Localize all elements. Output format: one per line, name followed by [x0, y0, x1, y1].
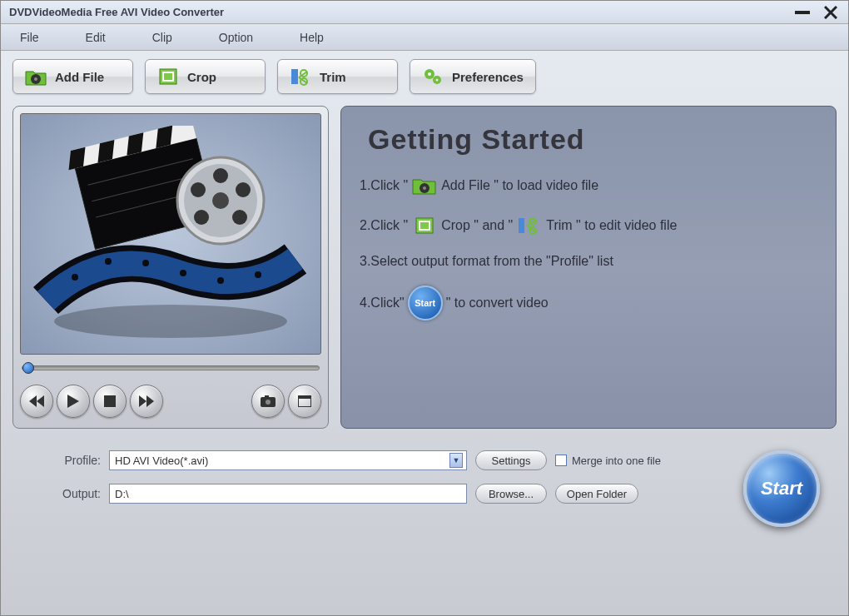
forward-button[interactable] — [130, 385, 163, 418]
film-clapper-illustration — [29, 126, 312, 342]
preferences-button[interactable]: Preferences — [410, 59, 536, 94]
menu-file[interactable]: File — [13, 27, 46, 47]
guide-step2-text-c: Trim " to edit video file — [546, 218, 677, 233]
browse-button[interactable]: Browse... — [475, 484, 547, 504]
open-folder-button[interactable]: Open Folder — [555, 484, 638, 504]
trim-icon — [290, 66, 311, 87]
snapshot-button[interactable] — [251, 385, 285, 418]
merge-label: Merge into one file — [572, 455, 661, 467]
trim-icon — [516, 214, 543, 237]
guide-step-3: 3.Select output format from the "Profile… — [360, 254, 817, 269]
play-button[interactable] — [57, 385, 90, 418]
add-file-icon — [411, 174, 438, 197]
output-row: Output: D:\ Browse... Open Folder — [51, 484, 661, 504]
window-controls — [793, 4, 840, 21]
window-title: DVDVideoMedia Free AVI Video Converter — [9, 6, 793, 18]
add-file-label: Add File — [55, 70, 104, 84]
toolbar: Add File Crop Trim Preferences — [1, 51, 848, 99]
profile-select[interactable]: HD AVI Video(*.avi) ▼ — [109, 450, 467, 470]
menu-edit[interactable]: Edit — [79, 27, 112, 47]
settings-button[interactable]: Settings — [475, 450, 547, 470]
fullscreen-button[interactable] — [288, 385, 321, 418]
svg-point-4 — [34, 77, 37, 81]
rewind-icon — [29, 395, 44, 407]
menu-help[interactable]: Help — [293, 27, 330, 47]
output-value: D:\ — [115, 488, 129, 500]
svg-point-16 — [54, 305, 287, 338]
bottom-section: Profile: HD AVI Video(*.avi) ▼ Settings … — [1, 435, 848, 535]
stop-icon — [104, 395, 116, 407]
svg-point-35 — [105, 258, 112, 265]
seek-thumb[interactable] — [22, 362, 34, 374]
camera-icon — [261, 395, 276, 407]
svg-rect-43 — [104, 395, 116, 407]
svg-rect-55 — [519, 218, 524, 233]
output-path-input[interactable]: D:\ — [109, 484, 467, 504]
svg-rect-48 — [265, 395, 269, 398]
svg-point-30 — [236, 182, 251, 197]
play-icon — [67, 395, 79, 408]
minimize-button[interactable] — [793, 4, 812, 21]
add-file-button[interactable]: Add File — [12, 59, 133, 94]
menu-option[interactable]: Option — [212, 27, 260, 47]
svg-point-29 — [213, 168, 228, 183]
svg-rect-7 — [291, 69, 298, 84]
crop-icon — [411, 214, 438, 237]
chevron-down-icon: ▼ — [449, 453, 463, 468]
merge-checkbox[interactable] — [555, 455, 567, 466]
crop-icon — [157, 66, 179, 87]
svg-marker-44 — [139, 395, 146, 407]
svg-marker-40 — [29, 395, 37, 407]
svg-point-15 — [436, 79, 439, 82]
expand-icon — [298, 395, 311, 407]
svg-marker-45 — [146, 395, 154, 407]
output-label: Output: — [51, 487, 101, 500]
svg-point-38 — [217, 277, 224, 284]
guide-step1-text-a: 1.Click " — [360, 178, 408, 193]
player-controls — [20, 381, 321, 421]
guide-step4-text-b: " to convert video — [446, 296, 549, 310]
svg-point-31 — [232, 210, 247, 225]
menubar: File Edit Clip Option Help — [1, 24, 848, 51]
svg-rect-50 — [298, 395, 311, 399]
start-badge-icon: Start — [408, 286, 443, 320]
profile-label: Profile: — [51, 454, 101, 467]
svg-marker-41 — [37, 395, 44, 407]
guide-step2-text-b: Crop " and " — [441, 218, 513, 233]
trim-button[interactable]: Trim — [277, 59, 398, 94]
start-button[interactable]: Start — [743, 450, 820, 527]
svg-point-28 — [212, 192, 229, 209]
app-window: DVDVideoMedia Free AVI Video Converter F… — [0, 0, 849, 616]
seek-track — [22, 365, 320, 370]
svg-point-39 — [255, 271, 261, 278]
guide-step4-text-a: 4.Click" — [360, 296, 405, 310]
svg-point-34 — [72, 274, 78, 281]
svg-point-33 — [191, 182, 206, 197]
seek-slider[interactable] — [22, 360, 320, 376]
content-row: Getting Started 1.Click " Add File " to … — [1, 99, 848, 435]
profile-value: HD AVI Video(*.avi) — [115, 455, 449, 467]
guide-step2-text-a: 2.Click " — [360, 218, 408, 233]
crop-button[interactable]: Crop — [145, 59, 266, 94]
forward-icon — [139, 395, 154, 407]
svg-point-37 — [180, 270, 186, 276]
profile-row: Profile: HD AVI Video(*.avi) ▼ Settings … — [51, 450, 661, 470]
guide-step3-text: 3.Select output format from the "Profile… — [360, 254, 613, 269]
minimize-icon — [795, 11, 810, 14]
menu-clip[interactable]: Clip — [146, 27, 179, 47]
trim-label: Trim — [320, 70, 346, 84]
guide-title: Getting Started — [368, 123, 817, 156]
preferences-icon — [422, 66, 444, 87]
svg-point-47 — [266, 400, 271, 405]
merge-checkbox-row: Merge into one file — [555, 455, 661, 467]
guide-step1-text-b: Add File " to load video file — [441, 178, 598, 193]
add-file-icon — [25, 66, 47, 87]
svg-point-32 — [194, 210, 209, 225]
stop-button[interactable] — [93, 385, 127, 418]
guide-step-1: 1.Click " Add File " to load video file — [360, 174, 817, 197]
crop-label: Crop — [187, 70, 216, 84]
close-button[interactable] — [822, 4, 840, 21]
rewind-button[interactable] — [20, 385, 53, 418]
titlebar: DVDVideoMedia Free AVI Video Converter — [1, 1, 848, 24]
svg-point-36 — [142, 260, 149, 266]
